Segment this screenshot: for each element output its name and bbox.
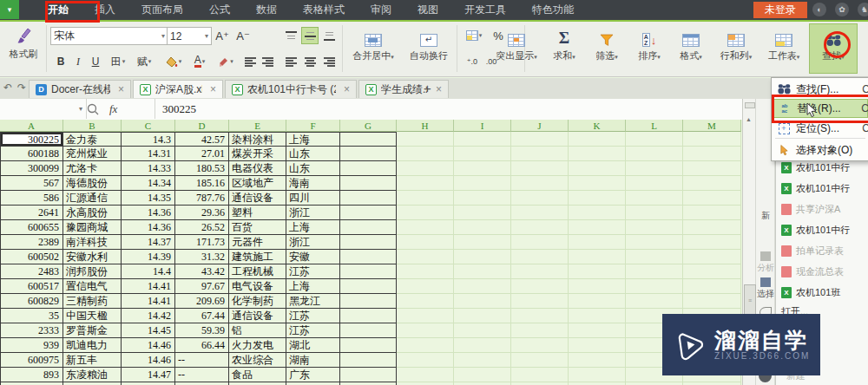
menu-tab-审阅[interactable]: 审阅: [371, 3, 391, 17]
cell[interactable]: [626, 235, 683, 250]
font-size-select[interactable]: 12 ▾: [167, 27, 212, 45]
column-header-G[interactable]: G: [340, 120, 397, 132]
cell[interactable]: 染料涂料: [229, 132, 286, 147]
cell[interactable]: [454, 338, 511, 353]
skin-icon[interactable]: ◐: [812, 3, 826, 16]
cell[interactable]: 27.01: [175, 147, 229, 161]
cell[interactable]: 海南: [286, 176, 340, 191]
cell[interactable]: 14.35: [122, 191, 175, 206]
cell[interactable]: 上海: [286, 220, 340, 235]
cell[interactable]: [340, 132, 397, 147]
cell[interactable]: 29.36: [175, 206, 229, 220]
cell[interactable]: 元器件: [229, 235, 286, 250]
cell[interactable]: [626, 279, 683, 294]
cell[interactable]: [569, 161, 626, 176]
cell[interactable]: 食品: [229, 368, 286, 382]
cell[interactable]: 南洋科技: [63, 235, 122, 250]
name-box[interactable]: ▾: [0, 99, 87, 119]
column-header-L[interactable]: L: [626, 120, 683, 132]
cell[interactable]: [454, 147, 511, 161]
cell[interactable]: [511, 264, 569, 279]
cell[interactable]: [569, 176, 626, 191]
cell[interactable]: [397, 161, 454, 176]
cell[interactable]: [626, 264, 683, 279]
cell[interactable]: 煤炭开采: [229, 147, 286, 161]
cell[interactable]: [340, 264, 397, 279]
cell[interactable]: [454, 132, 511, 147]
document-tab[interactable]: DDocer-在线模板×: [29, 80, 131, 98]
cell[interactable]: [397, 220, 454, 235]
cell[interactable]: [397, 132, 454, 147]
cell[interactable]: [511, 294, 569, 309]
cell[interactable]: 600502: [0, 250, 63, 264]
cell[interactable]: 上海: [286, 132, 340, 147]
borders-button[interactable]: 田▾: [106, 53, 130, 70]
cell[interactable]: 通信设备: [229, 309, 286, 323]
menu-tab-开发工具[interactable]: 开发工具: [464, 3, 506, 17]
cell[interactable]: [397, 147, 454, 161]
cell[interactable]: [454, 235, 511, 250]
menu-item-定位[interactable]: +定位(S)...C: [773, 119, 868, 138]
cell[interactable]: [626, 147, 683, 161]
cell[interactable]: 14.3: [122, 132, 175, 147]
merge-center-button[interactable]: 合并居中▾: [345, 24, 401, 74]
cell[interactable]: [683, 206, 741, 220]
cell[interactable]: [340, 161, 397, 176]
cell[interactable]: 14.31: [122, 147, 175, 161]
bold-button[interactable]: B: [52, 53, 69, 70]
menu-tab-特色功能[interactable]: 特色功能: [532, 3, 574, 17]
cell[interactable]: 新五丰: [63, 353, 122, 368]
recent-file-item[interactable]: X农机101中行: [781, 222, 868, 238]
cell[interactable]: [511, 338, 569, 353]
cell[interactable]: [454, 206, 511, 220]
cell[interactable]: 通信设备: [229, 191, 286, 206]
cell[interactable]: 14.34: [122, 176, 175, 191]
magnifier-icon[interactable]: [87, 103, 99, 115]
cell[interactable]: [340, 250, 397, 264]
cell[interactable]: 14.41: [122, 279, 175, 294]
cell[interactable]: 百货: [229, 220, 286, 235]
sort-button[interactable]: AZ↓排序▾: [630, 24, 668, 74]
underline-button[interactable]: U: [87, 53, 104, 70]
cell[interactable]: [569, 132, 626, 147]
spreadsheet-grid[interactable]: ABCDEFGHIJKLM300225金力泰14.342.57染料涂料上海600…: [0, 120, 742, 385]
cell[interactable]: 安徽: [286, 250, 340, 264]
cell[interactable]: [340, 294, 397, 309]
align-right-button[interactable]: [320, 53, 338, 70]
cell[interactable]: [569, 235, 626, 250]
redo-icon[interactable]: ↷: [17, 82, 26, 94]
cell[interactable]: 209.69: [175, 294, 229, 309]
cell[interactable]: 兖州煤业: [63, 147, 122, 161]
font-color-button[interactable]: A ▾: [187, 53, 212, 70]
cell[interactable]: 三精制药: [63, 294, 122, 309]
align-center-button[interactable]: [301, 53, 319, 70]
cell[interactable]: [683, 279, 741, 294]
cell[interactable]: 农业综合: [229, 353, 286, 368]
draw-border-button[interactable]: 赋▾: [132, 53, 156, 70]
column-header-E[interactable]: E: [229, 120, 286, 132]
align-left-button[interactable]: [282, 53, 299, 70]
cell[interactable]: 14.41: [122, 294, 175, 309]
cell[interactable]: 14.36: [122, 220, 175, 235]
column-header-M[interactable]: M: [683, 120, 741, 132]
cell[interactable]: 罗普斯金: [63, 323, 122, 338]
cell[interactable]: [511, 279, 569, 294]
cell[interactable]: [626, 294, 683, 309]
cell[interactable]: [626, 132, 683, 147]
cell[interactable]: 广东: [286, 368, 340, 382]
cell[interactable]: 2333: [0, 323, 63, 338]
cell[interactable]: 14.46: [122, 353, 175, 368]
cell[interactable]: [569, 220, 626, 235]
recent-file-item[interactable]: X农机101中行: [781, 180, 868, 196]
cell[interactable]: [340, 147, 397, 161]
cell[interactable]: 787.76: [175, 191, 229, 206]
cell[interactable]: 金力泰: [63, 132, 122, 147]
cell[interactable]: [626, 220, 683, 235]
number-format-button[interactable]: ▾: [462, 27, 486, 44]
cell[interactable]: [683, 235, 741, 250]
cell[interactable]: 67.44: [175, 309, 229, 323]
cell[interactable]: [569, 323, 626, 338]
worksheet-button[interactable]: 工作表▾: [762, 24, 806, 74]
format-painter-button[interactable]: 格式刷: [3, 24, 43, 74]
menu-tab-插入[interactable]: 插入: [95, 3, 115, 17]
